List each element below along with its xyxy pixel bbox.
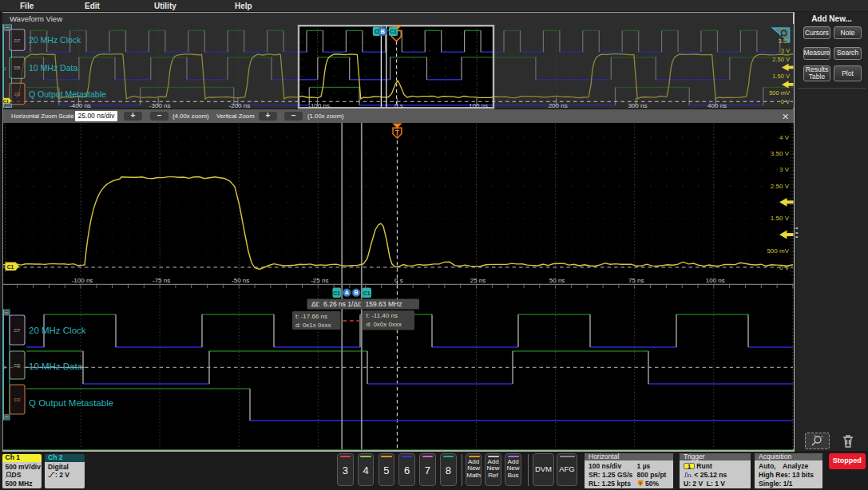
svg-text:50 ns: 50 ns bbox=[549, 277, 565, 284]
svg-text:0 s: 0 s bbox=[394, 277, 403, 284]
svg-text:C1: C1 bbox=[390, 29, 397, 34]
svg-text:2.50 V: 2.50 V bbox=[772, 56, 790, 63]
svg-text:0 V: 0 V bbox=[781, 98, 790, 105]
svg-text:C1: C1 bbox=[3, 99, 9, 104]
svg-text:d: 0x1x 0xxx: d: 0x1x 0xxx bbox=[295, 322, 331, 329]
svg-text:-25 ns: -25 ns bbox=[311, 277, 328, 284]
svg-text:B: B bbox=[354, 290, 358, 295]
svg-text:500 mV: 500 mV bbox=[767, 247, 789, 255]
svg-text:3 V: 3 V bbox=[779, 166, 790, 173]
svg-text:D5: D5 bbox=[14, 65, 21, 70]
svg-text:D3: D3 bbox=[14, 92, 21, 97]
svg-text:D7: D7 bbox=[14, 328, 21, 333]
svg-text:C1: C1 bbox=[363, 290, 371, 296]
svg-text:10 MHz Data: 10 MHz Data bbox=[29, 63, 77, 73]
svg-text:1.50 V: 1.50 V bbox=[772, 73, 790, 80]
svg-text:25 ns: 25 ns bbox=[470, 277, 486, 284]
svg-text:-100 ns: -100 ns bbox=[308, 102, 330, 109]
svg-text:3.50 V: 3.50 V bbox=[771, 150, 790, 157]
svg-text:t: -17.66 ns: t: -17.66 ns bbox=[295, 313, 327, 320]
svg-text:-300 ns: -300 ns bbox=[149, 102, 171, 109]
svg-text:C1: C1 bbox=[333, 290, 340, 296]
svg-text:-100 ns: -100 ns bbox=[72, 277, 93, 284]
svg-text:C2: C2 bbox=[3, 365, 6, 369]
svg-text:D5: D5 bbox=[14, 363, 21, 368]
svg-text:D3: D3 bbox=[14, 397, 21, 402]
svg-text:20 MHz Clock: 20 MHz Clock bbox=[29, 35, 81, 45]
svg-text:t: -11.40 ns: t: -11.40 ns bbox=[367, 312, 398, 319]
svg-text:20 MHz Clock: 20 MHz Clock bbox=[29, 326, 86, 335]
svg-text:200 ns: 200 ns bbox=[549, 102, 568, 109]
svg-text:Q Output Metastable: Q Output Metastable bbox=[29, 89, 106, 99]
svg-text:100 ns: 100 ns bbox=[469, 102, 488, 109]
svg-text:d: 0x0x 0xxx: d: 0x0x 0xxx bbox=[367, 321, 402, 328]
svg-text:400 ns: 400 ns bbox=[707, 102, 727, 109]
svg-text:-50 ns: -50 ns bbox=[232, 277, 249, 284]
svg-text:300 ns: 300 ns bbox=[628, 102, 647, 109]
svg-text:-75 ns: -75 ns bbox=[153, 277, 170, 284]
svg-text:A: A bbox=[345, 290, 349, 295]
svg-text:100 ns: 100 ns bbox=[706, 277, 725, 284]
svg-text:10 MHz Data: 10 MHz Data bbox=[29, 362, 83, 371]
svg-text:1.50 V: 1.50 V bbox=[771, 215, 790, 222]
svg-text:Δt: 6.26 ns 1/Δt: 159.63 MHz: Δt: 6.26 ns 1/Δt: 159.63 MHz bbox=[311, 300, 402, 308]
svg-text:0 V: 0 V bbox=[779, 264, 790, 271]
svg-text:0 s: 0 s bbox=[394, 102, 403, 109]
svg-text:4 V: 4 V bbox=[779, 134, 790, 141]
svg-text:C2: C2 bbox=[3, 66, 6, 71]
svg-text:2.50 V: 2.50 V bbox=[771, 183, 790, 190]
svg-text:D7: D7 bbox=[14, 38, 21, 43]
svg-text:T: T bbox=[395, 128, 400, 136]
svg-text:3 V: 3 V bbox=[781, 47, 790, 54]
svg-text:-400 ns: -400 ns bbox=[69, 102, 91, 109]
svg-text:500 mV: 500 mV bbox=[769, 89, 790, 97]
svg-text:75 ns: 75 ns bbox=[628, 277, 644, 284]
svg-text:C1: C1 bbox=[7, 264, 14, 270]
svg-text:B: B bbox=[380, 28, 385, 35]
svg-text:Q Output Metastable: Q Output Metastable bbox=[29, 398, 113, 408]
svg-text:-200 ns: -200 ns bbox=[229, 102, 251, 109]
